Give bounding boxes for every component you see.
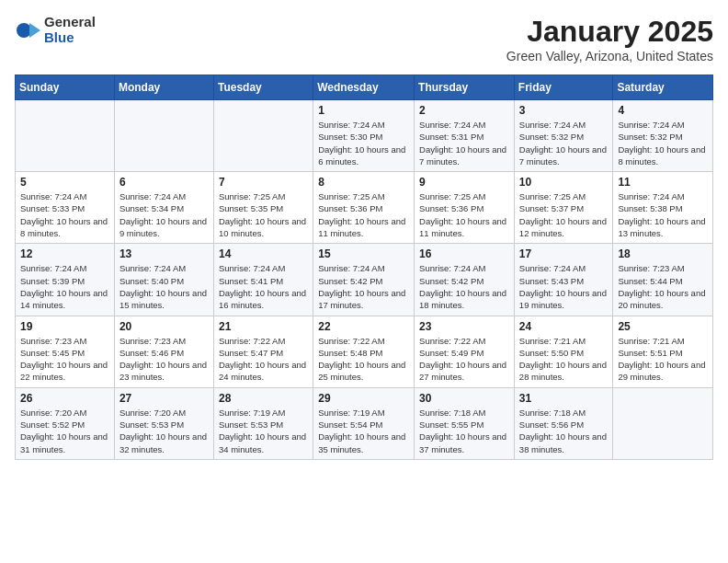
- calendar-cell: 4Sunrise: 7:24 AMSunset: 5:32 PMDaylight…: [613, 100, 713, 172]
- calendar-cell: 19Sunrise: 7:23 AMSunset: 5:45 PMDayligh…: [16, 316, 115, 387]
- calendar-table: SundayMondayTuesdayWednesdayThursdayFrid…: [15, 75, 713, 460]
- week-row-2: 12Sunrise: 7:24 AMSunset: 5:39 PMDayligh…: [16, 244, 713, 316]
- day-info: Sunrise: 7:25 AMSunset: 5:37 PMDaylight:…: [519, 190, 609, 239]
- calendar-subtitle: Green Valley, Arizona, United States: [506, 49, 713, 63]
- calendar-cell: 31Sunrise: 7:18 AMSunset: 5:56 PMDayligh…: [514, 387, 613, 459]
- day-info: Sunrise: 7:24 AMSunset: 5:41 PMDaylight:…: [219, 262, 308, 311]
- day-info: Sunrise: 7:24 AMSunset: 5:31 PMDaylight:…: [419, 119, 509, 167]
- day-number: 14: [219, 247, 308, 260]
- calendar-cell: 16Sunrise: 7:24 AMSunset: 5:42 PMDayligh…: [415, 244, 515, 316]
- calendar-cell: 12Sunrise: 7:24 AMSunset: 5:39 PMDayligh…: [16, 244, 115, 316]
- calendar-cell: 28Sunrise: 7:19 AMSunset: 5:53 PMDayligh…: [213, 387, 313, 459]
- calendar-title: January 2025: [506, 15, 713, 49]
- day-number: 13: [119, 247, 209, 260]
- calendar-cell: 18Sunrise: 7:23 AMSunset: 5:44 PMDayligh…: [613, 244, 713, 316]
- day-number: 10: [519, 176, 609, 189]
- calendar-cell: [613, 387, 713, 459]
- day-number: 18: [618, 247, 708, 260]
- day-info: Sunrise: 7:25 AMSunset: 5:35 PMDaylight:…: [219, 190, 308, 239]
- calendar-cell: 15Sunrise: 7:24 AMSunset: 5:42 PMDayligh…: [313, 244, 415, 316]
- logo-text: General Blue: [44, 15, 96, 45]
- day-info: Sunrise: 7:25 AMSunset: 5:36 PMDaylight:…: [419, 190, 509, 239]
- day-number: 17: [519, 247, 609, 260]
- day-number: 26: [20, 392, 109, 405]
- day-number: 7: [219, 176, 308, 189]
- day-info: Sunrise: 7:22 AMSunset: 5:48 PMDaylight:…: [318, 335, 409, 384]
- day-info: Sunrise: 7:24 AMSunset: 5:40 PMDaylight:…: [119, 262, 209, 311]
- day-number: 20: [119, 320, 209, 333]
- calendar-cell: 2Sunrise: 7:24 AMSunset: 5:31 PMDaylight…: [415, 100, 515, 172]
- calendar-cell: 6Sunrise: 7:24 AMSunset: 5:34 PMDaylight…: [114, 172, 213, 244]
- calendar-cell: [213, 100, 313, 172]
- calendar-cell: 3Sunrise: 7:24 AMSunset: 5:32 PMDaylight…: [514, 100, 613, 172]
- calendar-cell: 8Sunrise: 7:25 AMSunset: 5:36 PMDaylight…: [313, 172, 415, 244]
- svg-marker-1: [29, 23, 40, 38]
- calendar-cell: 21Sunrise: 7:22 AMSunset: 5:47 PMDayligh…: [213, 316, 313, 387]
- day-number: 19: [20, 320, 109, 333]
- day-number: 12: [20, 247, 109, 260]
- logo-icon: [15, 17, 40, 43]
- day-number: 28: [219, 392, 308, 405]
- day-info: Sunrise: 7:24 AMSunset: 5:32 PMDaylight:…: [519, 119, 609, 167]
- day-number: 16: [419, 247, 509, 260]
- day-number: 6: [119, 176, 209, 189]
- logo-general-text: General: [44, 15, 96, 30]
- weekday-header-monday: Monday: [114, 75, 213, 100]
- day-info: Sunrise: 7:19 AMSunset: 5:53 PMDaylight:…: [219, 407, 308, 455]
- day-number: 2: [419, 104, 509, 117]
- weekday-header-saturday: Saturday: [613, 75, 713, 100]
- day-info: Sunrise: 7:23 AMSunset: 5:44 PMDaylight:…: [618, 262, 708, 311]
- day-info: Sunrise: 7:24 AMSunset: 5:34 PMDaylight:…: [119, 190, 209, 239]
- day-info: Sunrise: 7:24 AMSunset: 5:38 PMDaylight:…: [618, 190, 708, 239]
- calendar-cell: 27Sunrise: 7:20 AMSunset: 5:53 PMDayligh…: [114, 387, 213, 459]
- calendar-cell: 5Sunrise: 7:24 AMSunset: 5:33 PMDaylight…: [16, 172, 115, 244]
- day-number: 11: [618, 176, 708, 189]
- day-number: 3: [519, 104, 609, 117]
- day-info: Sunrise: 7:24 AMSunset: 5:30 PMDaylight:…: [318, 119, 409, 167]
- calendar-cell: 29Sunrise: 7:19 AMSunset: 5:54 PMDayligh…: [313, 387, 415, 459]
- day-number: 31: [519, 392, 609, 405]
- day-info: Sunrise: 7:19 AMSunset: 5:54 PMDaylight:…: [318, 407, 409, 455]
- calendar-cell: [114, 100, 213, 172]
- weekday-header-tuesday: Tuesday: [213, 75, 313, 100]
- day-info: Sunrise: 7:22 AMSunset: 5:49 PMDaylight:…: [419, 335, 509, 384]
- page-header: General Blue January 2025 Green Valley, …: [15, 15, 713, 63]
- logo-blue-text: Blue: [44, 30, 96, 46]
- day-info: Sunrise: 7:24 AMSunset: 5:43 PMDaylight:…: [519, 262, 609, 311]
- week-row-1: 5Sunrise: 7:24 AMSunset: 5:33 PMDaylight…: [16, 172, 713, 244]
- calendar-cell: 13Sunrise: 7:24 AMSunset: 5:40 PMDayligh…: [114, 244, 213, 316]
- calendar-cell: [16, 100, 115, 172]
- calendar-cell: 7Sunrise: 7:25 AMSunset: 5:35 PMDaylight…: [213, 172, 313, 244]
- day-info: Sunrise: 7:24 AMSunset: 5:42 PMDaylight:…: [318, 262, 409, 311]
- day-number: 23: [419, 320, 509, 333]
- day-info: Sunrise: 7:21 AMSunset: 5:50 PMDaylight:…: [519, 335, 609, 384]
- day-info: Sunrise: 7:18 AMSunset: 5:55 PMDaylight:…: [419, 407, 509, 455]
- day-info: Sunrise: 7:23 AMSunset: 5:46 PMDaylight:…: [119, 335, 209, 384]
- week-row-4: 26Sunrise: 7:20 AMSunset: 5:52 PMDayligh…: [16, 387, 713, 459]
- calendar-cell: 17Sunrise: 7:24 AMSunset: 5:43 PMDayligh…: [514, 244, 613, 316]
- day-number: 4: [618, 104, 708, 117]
- calendar-cell: 24Sunrise: 7:21 AMSunset: 5:50 PMDayligh…: [514, 316, 613, 387]
- calendar-cell: 23Sunrise: 7:22 AMSunset: 5:49 PMDayligh…: [415, 316, 515, 387]
- day-number: 15: [318, 247, 409, 260]
- calendar-cell: 14Sunrise: 7:24 AMSunset: 5:41 PMDayligh…: [213, 244, 313, 316]
- svg-point-0: [17, 23, 31, 38]
- day-info: Sunrise: 7:22 AMSunset: 5:47 PMDaylight:…: [219, 335, 308, 384]
- calendar-cell: 22Sunrise: 7:22 AMSunset: 5:48 PMDayligh…: [313, 316, 415, 387]
- day-number: 27: [119, 392, 209, 405]
- calendar-cell: 11Sunrise: 7:24 AMSunset: 5:38 PMDayligh…: [613, 172, 713, 244]
- week-row-0: 1Sunrise: 7:24 AMSunset: 5:30 PMDaylight…: [16, 100, 713, 172]
- day-info: Sunrise: 7:25 AMSunset: 5:36 PMDaylight:…: [318, 190, 409, 239]
- day-number: 24: [519, 320, 609, 333]
- calendar-cell: 1Sunrise: 7:24 AMSunset: 5:30 PMDaylight…: [313, 100, 415, 172]
- calendar-cell: 10Sunrise: 7:25 AMSunset: 5:37 PMDayligh…: [514, 172, 613, 244]
- day-number: 5: [20, 176, 109, 189]
- day-number: 9: [419, 176, 509, 189]
- day-info: Sunrise: 7:18 AMSunset: 5:56 PMDaylight:…: [519, 407, 609, 455]
- weekday-header-thursday: Thursday: [415, 75, 515, 100]
- weekday-header-wednesday: Wednesday: [313, 75, 415, 100]
- weekday-header-row: SundayMondayTuesdayWednesdayThursdayFrid…: [16, 75, 713, 100]
- week-row-3: 19Sunrise: 7:23 AMSunset: 5:45 PMDayligh…: [16, 316, 713, 387]
- calendar-cell: 25Sunrise: 7:21 AMSunset: 5:51 PMDayligh…: [613, 316, 713, 387]
- day-info: Sunrise: 7:21 AMSunset: 5:51 PMDaylight:…: [618, 335, 708, 384]
